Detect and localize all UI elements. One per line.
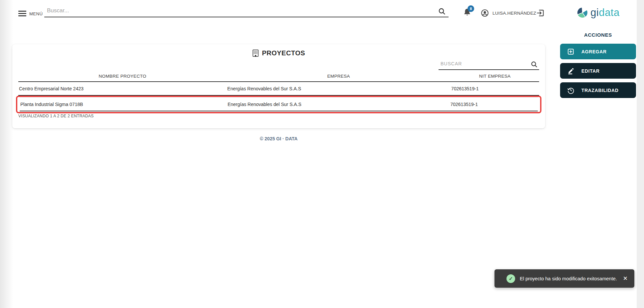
building-icon: [252, 49, 259, 57]
cell-empresa: Energías Renovables del Sur S.A.S: [227, 102, 450, 107]
entries-info-label: VISUALIZANDO 1 A 2 DE 2 ENTRADAS: [18, 114, 94, 118]
page-title-text: PROYECTOS: [262, 49, 305, 57]
toast-close-icon[interactable]: ✕: [622, 274, 629, 283]
app-logo: gidata: [559, 7, 637, 19]
cell-nit-empresa: 702613519-1: [450, 102, 538, 107]
table-search-icon[interactable]: [530, 61, 538, 68]
user-avatar-icon: [481, 9, 489, 17]
add-project-button[interactable]: AGREGAR: [560, 44, 636, 59]
edit-project-label: EDITAR: [581, 68, 600, 74]
cell-nit-empresa: 702613519-1: [451, 86, 539, 91]
history-icon: [560, 87, 581, 94]
actions-sidebar: gidata ACCIONES AGREGAR EDITAR: [559, 0, 637, 308]
table-search-input[interactable]: [439, 59, 539, 70]
success-toast: ✓ El proyecto ha sido modificado exitosa…: [494, 269, 634, 288]
window-right-edge: [637, 0, 644, 308]
traceability-button[interactable]: TRAZABILIDAD: [560, 82, 636, 98]
table-row-selected[interactable]: Planta Industrial Sigma 0718B Energías R…: [20, 97, 538, 111]
username-label: LUISA.HERNÁNDEZ: [492, 11, 536, 16]
edit-project-button[interactable]: EDITAR: [560, 63, 636, 79]
selected-row-highlight: Planta Industrial Sigma 0718B Energías R…: [16, 96, 541, 113]
menu-label[interactable]: MENÚ: [29, 11, 43, 16]
toast-message: El proyecto ha sido modificado exitosame…: [515, 276, 622, 281]
logout-icon[interactable]: [536, 9, 545, 17]
app-logo-icon: [576, 7, 588, 19]
success-check-icon: ✓: [506, 274, 515, 283]
notifications-bell[interactable]: 8: [463, 7, 476, 21]
hamburger-menu-icon[interactable]: [18, 11, 26, 16]
column-header-nit-empresa[interactable]: NIT EMPRESA: [451, 74, 539, 79]
search-icon[interactable]: [438, 7, 446, 15]
page-title: PROYECTOS: [12, 44, 545, 57]
cell-empresa: Energías Renovables del Sur S.A.S: [227, 86, 451, 91]
top-bar: MENÚ 8 LUISA.HERNÁNDEZ: [0, 0, 559, 23]
cell-nombre-proyecto: Planta Industrial Sigma 0718B: [20, 102, 227, 107]
copyright-footer: © 2025 GI · DATA: [12, 136, 545, 141]
actions-section-title: ACCIONES: [559, 32, 637, 38]
table-row[interactable]: Centro Empresarial Norte 2423 Energías R…: [18, 82, 539, 96]
column-header-empresa[interactable]: EMPRESA: [227, 74, 451, 79]
traceability-label: TRAZABILIDAD: [581, 88, 618, 93]
projects-card: PROYECTOS NOMBRE PROYECTO EMPRESA NIT EM…: [12, 44, 545, 128]
global-search-input[interactable]: [44, 6, 449, 17]
column-header-nombre-proyecto[interactable]: NOMBRE PROYECTO: [18, 74, 227, 79]
window-left-edge: [0, 0, 13, 308]
logo-text-gi: gi: [590, 7, 599, 18]
logo-text-data: data: [599, 7, 619, 18]
edit-pencil-icon: [560, 67, 581, 75]
user-menu[interactable]: LUISA.HERNÁNDEZ: [481, 9, 536, 17]
projects-table: NOMBRE PROYECTO EMPRESA NIT EMPRESA Cent…: [18, 74, 539, 113]
add-box-icon: [560, 48, 581, 55]
add-project-label: AGREGAR: [581, 49, 607, 54]
notification-count-badge: 8: [468, 5, 474, 12]
cell-nombre-proyecto: Centro Empresarial Norte 2423: [18, 86, 227, 91]
table-header-row: NOMBRE PROYECTO EMPRESA NIT EMPRESA: [18, 74, 539, 82]
